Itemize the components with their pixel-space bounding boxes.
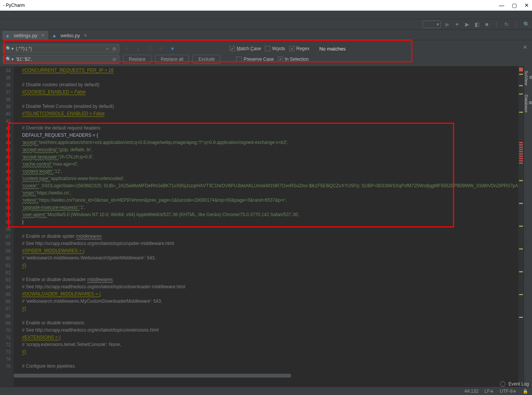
- replace-button[interactable]: Replace: [123, 55, 151, 64]
- search-input[interactable]: 🔍▾ (.*?):(.*) ↵ ⊗: [3, 44, 119, 53]
- line-gutter[interactable]: 3435363738394041424344454647484950515253…: [0, 66, 14, 393]
- python-file-icon: [53, 33, 58, 38]
- regex-checkbox[interactable]: Regex: [289, 46, 310, 51]
- replace-input[interactable]: 🔍▾ '$1':'$2', ⊗: [3, 55, 119, 64]
- editor-tabs: settings.py ✕ weibo.py ✕: [0, 30, 532, 40]
- line-separator[interactable]: LF≑: [484, 389, 494, 394]
- database-icon: 🗄: [529, 95, 532, 111]
- editor-area: 3435363738394041424344454647484950515253…: [0, 66, 532, 393]
- tab-label: weibo.py: [60, 33, 80, 38]
- coverage-button[interactable]: ▶: [464, 21, 470, 28]
- replace-all-button[interactable]: Replace all: [155, 55, 189, 64]
- code-editor[interactable]: #CONCURRENT_REQUESTS_PER_IP = 16 # Disab…: [14, 66, 518, 393]
- next-match-button[interactable]: ↓: [135, 45, 142, 52]
- find-replace-panel: 🔍▾ (.*?):(.*) ↵ ⊗ ↑ ↓ ☐ ⎘ ▼ Match Case W…: [0, 40, 532, 66]
- readonly-lock-icon[interactable]: 🔒: [522, 389, 528, 394]
- run-config-select[interactable]: ▾: [423, 21, 441, 28]
- sep-icon: |: [513, 21, 520, 28]
- select-all-button[interactable]: ☐: [146, 45, 154, 52]
- close-button[interactable]: ✕: [524, 2, 529, 8]
- error-indicator-icon: [519, 68, 523, 71]
- clear-search-icon[interactable]: ⊗: [112, 46, 117, 52]
- debug-button[interactable]: ✦: [454, 21, 461, 28]
- main-toolbar: ▾ ▶ ✦ ▶ ◧ ■ | ↻ | 🔍: [0, 19, 532, 30]
- sep-icon: |: [493, 21, 500, 28]
- python-file-icon: [6, 33, 11, 38]
- prev-match-button[interactable]: ↑: [123, 45, 131, 52]
- sciview-icon: ⊞: [529, 71, 532, 84]
- sciview-tool-button[interactable]: ⊞SciView: [524, 66, 532, 90]
- tab-weibo-py[interactable]: weibo.py ✕: [49, 31, 91, 40]
- attach-button[interactable]: ◧: [473, 21, 480, 28]
- event-log-icon: [500, 381, 505, 387]
- words-checkbox[interactable]: Words: [265, 46, 285, 51]
- window-titlebar: - PyCharm — ▢ ✕: [0, 0, 532, 11]
- status-bar: 44:132 LF≑ UTF-8≑ 🔒: [0, 387, 532, 395]
- search-icon: 🔍▾: [6, 57, 14, 62]
- preserve-case-checkbox[interactable]: Preserve Case: [236, 57, 274, 62]
- window-controls: — ▢ ✕: [499, 2, 529, 8]
- tab-settings-py[interactable]: settings.py ✕: [2, 31, 48, 40]
- caret-position[interactable]: 44:132: [464, 389, 478, 394]
- horizontal-scrollbar[interactable]: [14, 374, 518, 378]
- file-encoding[interactable]: UTF-8≑: [500, 389, 516, 394]
- filter-icon[interactable]: ▼: [169, 45, 176, 52]
- in-selection-checkbox[interactable]: In Selection: [278, 57, 309, 62]
- newline-icon[interactable]: ↵: [106, 47, 109, 51]
- match-count: No matches: [319, 46, 345, 52]
- event-log-button[interactable]: Event Log: [500, 381, 529, 387]
- maximize-button[interactable]: ▢: [512, 2, 517, 8]
- main-menu-bar[interactable]: [0, 11, 532, 19]
- minimize-button[interactable]: —: [499, 2, 504, 8]
- error-stripe[interactable]: [518, 66, 524, 393]
- replace-text: '$1':'$2',: [16, 57, 112, 62]
- update-button[interactable]: ↻: [503, 21, 510, 28]
- match-case-checkbox[interactable]: Match Case: [230, 46, 261, 51]
- tab-label: settings.py: [14, 33, 37, 38]
- close-tab-icon[interactable]: ✕: [84, 33, 87, 38]
- search-everywhere-button[interactable]: 🔍: [523, 21, 530, 28]
- search-text: (.*?):(.*): [16, 46, 106, 51]
- search-icon: 🔍▾: [6, 46, 14, 51]
- run-button[interactable]: ▶: [444, 21, 451, 28]
- database-tool-button[interactable]: 🗄Database: [524, 90, 532, 117]
- add-selection-button[interactable]: ⎘: [157, 45, 165, 52]
- exclude-button[interactable]: Exclude: [193, 55, 220, 64]
- right-tool-window-bar: ⊞SciView 🗄Database: [524, 66, 532, 393]
- stop-button[interactable]: ■: [483, 21, 490, 28]
- close-panel-icon[interactable]: ✕: [523, 44, 527, 50]
- close-tab-icon[interactable]: ✕: [41, 33, 44, 38]
- window-title: - PyCharm: [3, 3, 499, 8]
- clear-replace-icon[interactable]: ⊗: [112, 56, 117, 62]
